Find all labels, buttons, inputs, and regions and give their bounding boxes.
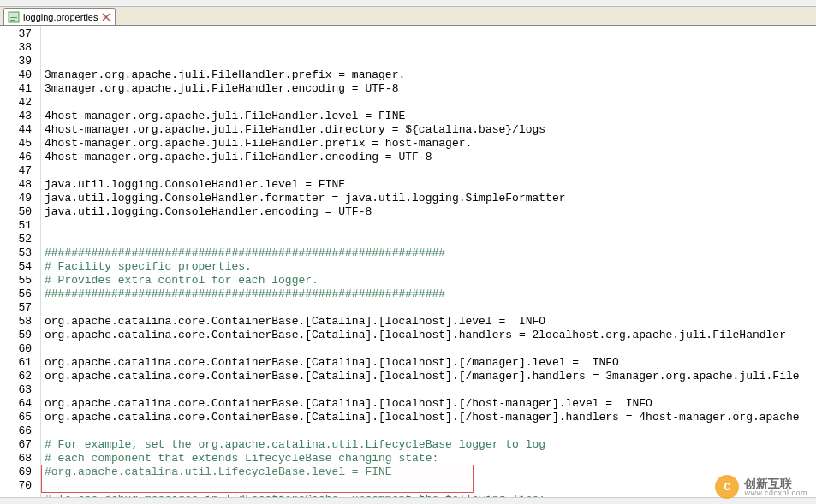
line-number: 62 [0,370,32,383]
tab-label: logging.properties [23,12,98,22]
line-number: 43 [0,110,32,123]
watermark-text-en: www.cdcxhl.com [744,489,807,497]
line-number: 48 [0,178,32,192]
properties-file-icon [8,11,20,23]
code-line[interactable]: 4host-manager.org.apache.juli.FileHandle… [45,123,816,137]
code-line[interactable]: 4host-manager.org.apache.juli.FileHandle… [45,110,816,123]
code-line[interactable] [45,383,816,397]
line-number: 41 [0,82,32,96]
line-number: 39 [0,55,32,68]
line-number: 42 [0,96,32,110]
line-number: 58 [0,315,32,329]
code-line[interactable]: org.apache.catalina.core.ContainerBase.[… [45,315,816,329]
svg-rect-2 [10,17,17,18]
line-number: 66 [0,424,32,438]
code-line[interactable] [45,301,816,315]
code-line[interactable] [45,164,816,178]
tab-bar: logging.properties [0,7,816,26]
toolbar [0,0,816,7]
line-number: 49 [0,192,32,205]
close-icon[interactable] [101,12,111,22]
code-line[interactable]: org.apache.catalina.core.ContainerBase.[… [45,397,816,411]
code-line[interactable]: #org.apache.catalina.util.LifecycleBase.… [45,465,816,479]
watermark-logo-icon: C [715,475,739,499]
watermark-text-cn: 创新互联 [744,477,807,489]
line-number: 57 [0,301,32,315]
svg-rect-3 [10,20,15,21]
line-number: 53 [0,246,32,260]
code-line[interactable]: 3manager.org.apache.juli.FileHandler.enc… [45,82,816,96]
line-number: 63 [0,383,32,397]
svg-rect-1 [10,15,17,15]
code-line[interactable]: ########################################… [45,288,816,301]
line-number: 70 [0,479,32,493]
code-line[interactable] [45,96,816,110]
code-line[interactable] [45,479,816,493]
line-number: 37 [0,27,32,41]
editor: 3738394041424344454647484950515253545556… [0,26,816,497]
line-number: 59 [0,329,32,342]
line-number: 69 [0,465,32,479]
line-number: 52 [0,233,32,246]
code-line[interactable]: # Facility specific properties. [45,260,816,274]
code-line[interactable]: # Provides extra control for each logger… [45,274,816,288]
line-number: 60 [0,342,32,356]
line-number: 38 [0,41,32,55]
line-number: 65 [0,411,32,424]
line-number: 44 [0,123,32,137]
line-number: 68 [0,452,32,465]
code-line[interactable]: java.util.logging.ConsoleHandler.formatt… [45,192,816,205]
line-number: 40 [0,68,32,82]
code-line[interactable]: 4host-manager.org.apache.juli.FileHandle… [45,137,816,151]
watermark: C 创新互联 www.cdcxhl.com [715,475,807,499]
code-line[interactable] [45,342,816,356]
line-number-gutter: 3738394041424344454647484950515253545556… [0,26,41,497]
code-line[interactable]: 3manager.org.apache.juli.FileHandler.pre… [45,68,816,82]
code-line[interactable]: org.apache.catalina.core.ContainerBase.[… [45,411,816,424]
code-line[interactable] [45,219,816,233]
line-number: 56 [0,288,32,301]
line-number: 55 [0,274,32,288]
code-line[interactable]: 4host-manager.org.apache.juli.FileHandle… [45,151,816,164]
code-line[interactable]: org.apache.catalina.core.ContainerBase.[… [45,329,816,342]
code-line[interactable]: org.apache.catalina.core.ContainerBase.[… [45,356,816,370]
line-number: 47 [0,164,32,178]
code-line[interactable] [45,233,816,246]
code-line[interactable]: # For example, set the org.apache.catali… [45,438,816,452]
line-number: 67 [0,438,32,452]
code-line[interactable]: org.apache.catalina.core.ContainerBase.[… [45,370,816,383]
code-line[interactable]: java.util.logging.ConsoleHandler.encodin… [45,205,816,219]
line-number: 50 [0,205,32,219]
code-line[interactable]: ########################################… [45,246,816,260]
line-number: 45 [0,137,32,151]
code-line[interactable]: java.util.logging.ConsoleHandler.level =… [45,178,816,192]
code-line[interactable] [45,424,816,438]
line-number: 61 [0,356,32,370]
horizontal-scrollbar[interactable] [0,497,816,504]
code-line[interactable]: # each component that extends LifecycleB… [45,452,816,465]
editor-tab-logging-properties[interactable]: logging.properties [3,8,116,25]
line-number: 64 [0,397,32,411]
line-number: 51 [0,219,32,233]
line-number: 46 [0,151,32,164]
line-number: 54 [0,260,32,274]
code-area[interactable]: 3manager.org.apache.juli.FileHandler.pre… [41,26,816,497]
